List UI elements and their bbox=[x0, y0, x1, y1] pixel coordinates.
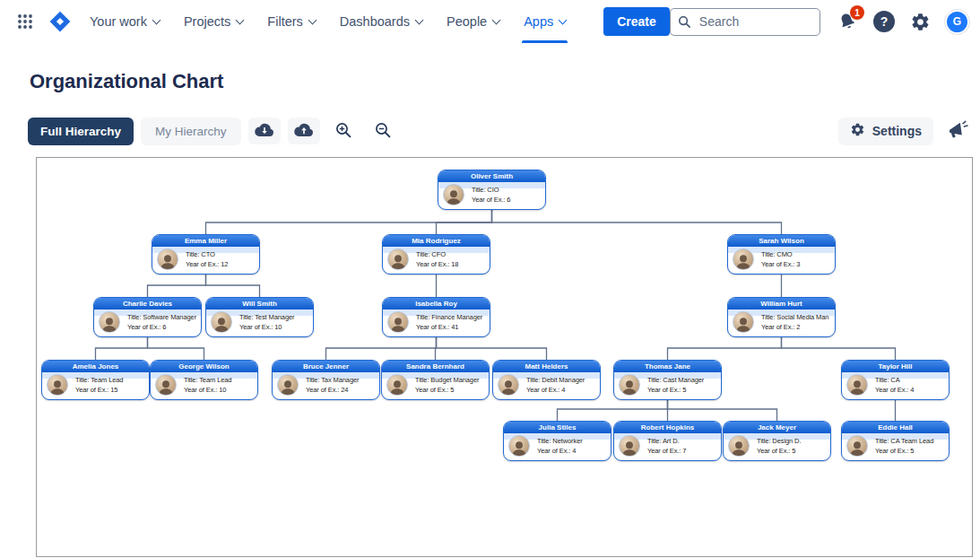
avatar bbox=[846, 435, 868, 457]
chevron-down-icon bbox=[152, 15, 161, 24]
cloud-download-icon bbox=[254, 123, 275, 140]
search-box bbox=[670, 8, 820, 36]
org-node-body: Title: CIOYear of Ex.: 6 bbox=[438, 182, 545, 208]
org-node-julia[interactable]: Julia StilesTitle: NetworkerYear of Ex.:… bbox=[503, 421, 611, 461]
help-icon[interactable]: ? bbox=[873, 11, 895, 32]
nav-item-filters[interactable]: Filters bbox=[267, 9, 315, 34]
org-node-title: Title: Test Manager bbox=[239, 312, 294, 322]
org-node-body: Title: CMOYear of Ex.: 3 bbox=[728, 247, 835, 273]
org-node-bruce[interactable]: Bruce JennerTitle: Tax ManagerYear of Ex… bbox=[272, 360, 380, 400]
org-node-years: Year of Ex.: 5 bbox=[757, 446, 801, 456]
app-switcher-icon[interactable] bbox=[13, 9, 38, 34]
org-node-body: Title: Social Media ManYear of Ex.: 2 bbox=[728, 310, 835, 336]
org-node-sarah[interactable]: Sarah WilsonTitle: CMOYear of Ex.: 3 bbox=[727, 234, 836, 275]
user-avatar[interactable]: G bbox=[945, 10, 969, 34]
org-node-years: Year of Ex.: 7 bbox=[647, 446, 686, 456]
org-node-emma[interactable]: Emma MillerTitle: CTOYear of Ex.: 12 bbox=[152, 234, 260, 275]
org-node-name: Will Smith bbox=[206, 298, 313, 310]
org-node-body: Title: Team LeadYear of Ex.: 10 bbox=[151, 372, 257, 398]
org-node-william[interactable]: William HurtTitle: Social Media ManYear … bbox=[727, 297, 836, 337]
avatar bbox=[155, 374, 177, 396]
create-button[interactable]: Create bbox=[603, 7, 670, 36]
org-node-sandra[interactable]: Sandra BernhardTitle: Budget ManagerYear… bbox=[381, 360, 490, 400]
org-node-body: Title: Budget ManagerYear of Ex.: 5 bbox=[382, 372, 489, 398]
cloud-upload-button[interactable] bbox=[288, 118, 320, 144]
zoom-in-button[interactable] bbox=[327, 118, 360, 144]
cloud-upload-icon bbox=[293, 123, 315, 140]
full-hierarchy-button[interactable]: Full Hierarchy bbox=[28, 118, 134, 145]
nav-item-dashboards[interactable]: Dashboards bbox=[340, 9, 422, 34]
nav-item-label: Filters bbox=[267, 14, 302, 29]
org-node-title: Title: CMO bbox=[761, 249, 800, 259]
my-hierarchy-button[interactable]: My Hierarchy bbox=[141, 118, 241, 145]
org-node-will[interactable]: Will SmithTitle: Test ManagerYear of Ex.… bbox=[205, 297, 314, 337]
org-node-name: Taylor Hill bbox=[842, 361, 949, 372]
org-node-matt[interactable]: Matt HeldersTitle: Debit ManagerYear of … bbox=[492, 360, 601, 400]
settings-gear-icon bbox=[850, 122, 865, 140]
avatar bbox=[728, 435, 750, 457]
org-node-body: Title: Team LeadYear of Ex.: 15 bbox=[42, 372, 149, 398]
org-node-body: Title: NetworkerYear of Ex.: 4 bbox=[504, 433, 611, 459]
zoom-in-icon bbox=[334, 121, 352, 142]
nav-item-projects[interactable]: Projects bbox=[184, 9, 243, 34]
org-node-amelia[interactable]: Amelia JonesTitle: Team LeadYear of Ex.:… bbox=[41, 360, 150, 400]
org-node-title: Title: CIO bbox=[472, 185, 510, 195]
org-node-body: Title: Software ManagerYear of Ex.: 6 bbox=[94, 310, 201, 336]
cloud-download-button[interactable] bbox=[248, 118, 281, 144]
gear-icon[interactable] bbox=[908, 10, 932, 33]
app-window: Your work Projects Filters Dashboards Pe… bbox=[0, 0, 980, 558]
org-node-title: Title: Tax Manager bbox=[306, 375, 359, 385]
nav-item-label: Your work bbox=[90, 14, 147, 29]
org-node-years: Year of Ex.: 4 bbox=[875, 385, 914, 395]
org-node-name: Julia Stiles bbox=[504, 422, 611, 433]
avatar bbox=[386, 374, 408, 396]
settings-button[interactable]: Settings bbox=[838, 118, 933, 145]
org-node-oliver[interactable]: Oliver SmithTitle: CIOYear of Ex.: 6 bbox=[438, 170, 546, 210]
avatar bbox=[508, 435, 530, 457]
org-node-years: Year of Ex.: 5 bbox=[415, 385, 479, 395]
org-node-name: Robert Hopkins bbox=[614, 422, 721, 433]
zoom-out-button[interactable] bbox=[367, 118, 399, 144]
org-node-isabella[interactable]: Isabella RoyTitle: Finance ManagerYear o… bbox=[382, 297, 490, 337]
search-input[interactable] bbox=[670, 8, 820, 36]
org-node-mia[interactable]: Mia RodriguezTitle: CFOYear of Ex.: 18 bbox=[382, 234, 490, 275]
nav-item-apps[interactable]: Apps bbox=[524, 9, 566, 34]
org-node-title: Title: Art D. bbox=[647, 436, 686, 446]
org-node-name: Amelia Jones bbox=[42, 361, 149, 372]
org-node-years: Year of Ex.: 4 bbox=[526, 385, 585, 395]
avatar bbox=[733, 248, 754, 270]
org-node-body: Title: Test ManagerYear of Ex.: 10 bbox=[206, 310, 313, 336]
org-node-robert[interactable]: Robert HopkinsTitle: Art D.Year of Ex.: … bbox=[613, 421, 722, 461]
avatar bbox=[619, 435, 640, 457]
org-node-name: Jack Meyer bbox=[724, 422, 830, 433]
org-node-name: Eddie Hall bbox=[842, 422, 949, 433]
org-node-thomas[interactable]: Thomas JaneTitle: Cast ManagerYear of Ex… bbox=[613, 360, 722, 400]
org-node-body: Title: Cast ManagerYear of Ex.: 5 bbox=[614, 372, 721, 398]
nav-item-people[interactable]: People bbox=[447, 9, 499, 34]
org-node-name: George Wilson bbox=[151, 361, 257, 372]
top-navbar: Your work Projects Filters Dashboards Pe… bbox=[0, 0, 980, 43]
chart-toolbar: Full Hierarchy My Hierarchy bbox=[28, 117, 973, 145]
nav-item-your-work[interactable]: Your work bbox=[90, 9, 160, 34]
zoom-out-icon bbox=[374, 121, 392, 142]
megaphone-button[interactable] bbox=[944, 118, 973, 144]
avatar bbox=[846, 374, 868, 396]
org-node-name: William Hurt bbox=[728, 298, 835, 310]
org-node-body: Title: CTOYear of Ex.: 12 bbox=[152, 247, 259, 273]
notification-badge: 1 bbox=[850, 5, 864, 20]
org-node-body: Title: Art D.Year of Ex.: 7 bbox=[614, 433, 721, 459]
org-node-charlie[interactable]: Charlie DaviesTitle: Software ManagerYea… bbox=[93, 297, 202, 337]
org-node-name: Sandra Bernhard bbox=[382, 361, 489, 372]
jira-logo-icon[interactable] bbox=[47, 8, 74, 35]
org-node-taylor[interactable]: Taylor HillTitle: CAYear of Ex.: 4 bbox=[841, 360, 950, 400]
org-node-body: Title: CAYear of Ex.: 4 bbox=[842, 372, 949, 398]
org-node-jack[interactable]: Jack MeyerTitle: Design D.Year of Ex.: 5 bbox=[723, 421, 831, 461]
notifications-bell-icon[interactable]: 1 bbox=[835, 9, 860, 34]
org-node-george[interactable]: George WilsonTitle: Team LeadYear of Ex.… bbox=[150, 360, 258, 400]
org-node-years: Year of Ex.: 4 bbox=[537, 446, 583, 456]
nav-item-label: Projects bbox=[184, 14, 230, 29]
avatar bbox=[619, 374, 640, 396]
org-node-title: Title: CTO bbox=[186, 249, 228, 259]
org-node-eddie[interactable]: Eddie HallTitle: CA Team LeadYear of Ex.… bbox=[841, 421, 950, 461]
org-node-name: Isabella Roy bbox=[383, 298, 490, 310]
